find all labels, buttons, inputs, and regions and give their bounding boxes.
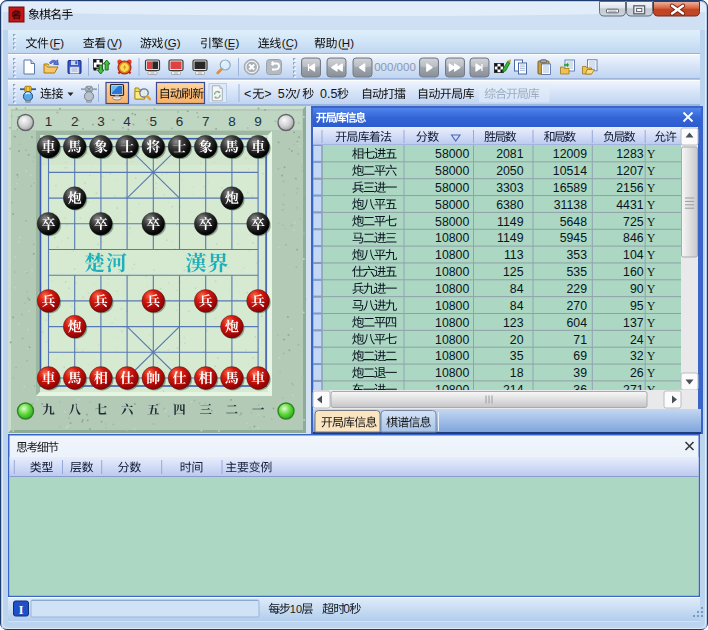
svg-text:7: 7 — [202, 114, 210, 129]
svg-text:8: 8 — [228, 114, 236, 129]
svg-text:I: I — [19, 603, 24, 617]
svg-text:1207: 1207 — [616, 164, 644, 178]
svg-text:270: 270 — [566, 299, 587, 313]
svg-text:31138: 31138 — [554, 198, 587, 212]
svg-text:10: 10 — [290, 603, 302, 615]
svg-text:10800: 10800 — [435, 231, 469, 245]
svg-text:5: 5 — [150, 114, 158, 129]
svg-text:3: 3 — [97, 114, 105, 129]
svg-text:10800: 10800 — [435, 316, 469, 330]
svg-text:(H): (H) — [338, 37, 354, 49]
svg-text:90: 90 — [630, 282, 644, 296]
svg-text:58000: 58000 — [435, 198, 469, 212]
svg-text:18: 18 — [510, 366, 524, 380]
svg-text:104: 104 — [623, 248, 644, 262]
svg-text:58000: 58000 — [435, 164, 469, 178]
svg-text:125: 125 — [503, 265, 524, 279]
svg-text:Y: Y — [647, 316, 656, 330]
svg-text:>: > — [264, 87, 271, 101]
svg-text:353: 353 — [566, 248, 587, 262]
svg-text:2: 2 — [71, 114, 79, 129]
svg-text:10800: 10800 — [435, 248, 469, 262]
svg-text:0: 0 — [343, 602, 350, 616]
svg-text:137: 137 — [623, 316, 644, 330]
svg-text:2156: 2156 — [616, 181, 644, 195]
svg-text:Y: Y — [647, 248, 656, 262]
svg-text:3303: 3303 — [496, 181, 524, 195]
svg-text:123: 123 — [503, 316, 524, 330]
svg-text:Y: Y — [647, 299, 656, 313]
svg-text:4: 4 — [123, 114, 131, 129]
svg-text:10800: 10800 — [435, 282, 469, 296]
svg-text:160: 160 — [623, 265, 644, 279]
svg-text:Y: Y — [647, 366, 656, 380]
svg-text:10800: 10800 — [435, 265, 469, 279]
svg-text:2081: 2081 — [496, 147, 524, 161]
svg-text:5945: 5945 — [560, 231, 588, 245]
svg-text:229: 229 — [566, 282, 587, 296]
svg-text:(E): (E) — [224, 37, 240, 49]
svg-text:20: 20 — [510, 333, 524, 347]
svg-text:Y: Y — [647, 147, 656, 161]
svg-text:(G): (G) — [164, 37, 181, 49]
svg-text:6380: 6380 — [496, 198, 524, 212]
svg-text:1149: 1149 — [497, 215, 524, 229]
svg-text:10514: 10514 — [553, 164, 587, 178]
svg-text:9: 9 — [254, 114, 262, 129]
svg-text:Y: Y — [647, 215, 656, 229]
svg-text:58000: 58000 — [435, 147, 469, 161]
svg-text:95: 95 — [630, 299, 644, 313]
svg-text:/: / — [297, 87, 301, 101]
svg-text:000/000: 000/000 — [374, 61, 416, 73]
svg-text:Y: Y — [647, 231, 656, 245]
svg-text:39: 39 — [573, 366, 587, 380]
svg-text:(V): (V) — [107, 37, 123, 49]
svg-text:Y: Y — [647, 265, 656, 279]
svg-text:71: 71 — [573, 333, 587, 347]
svg-text:<: < — [244, 87, 251, 101]
svg-text:84: 84 — [510, 299, 524, 313]
svg-text:10800: 10800 — [435, 349, 469, 363]
svg-text:0.5: 0.5 — [320, 87, 337, 101]
svg-text:(C): (C) — [282, 37, 298, 49]
svg-text:846: 846 — [623, 231, 644, 245]
svg-text:Y: Y — [647, 164, 656, 178]
svg-text:725: 725 — [623, 215, 644, 229]
svg-text:10800: 10800 — [435, 366, 469, 380]
svg-text:604: 604 — [566, 316, 587, 330]
svg-text:Y: Y — [647, 282, 656, 296]
svg-text:16589: 16589 — [553, 181, 587, 195]
svg-text:12009: 12009 — [553, 147, 587, 161]
svg-text:58000: 58000 — [435, 215, 469, 229]
svg-text:32: 32 — [630, 349, 644, 363]
svg-text:1149: 1149 — [497, 231, 524, 245]
svg-text:1: 1 — [45, 114, 53, 129]
svg-text:58000: 58000 — [435, 181, 469, 195]
svg-text:10800: 10800 — [435, 333, 469, 347]
svg-text:5648: 5648 — [560, 215, 588, 229]
svg-text:1283: 1283 — [616, 147, 644, 161]
svg-text:535: 535 — [566, 265, 587, 279]
svg-text:113: 113 — [504, 248, 524, 262]
svg-text:69: 69 — [573, 349, 587, 363]
svg-text:84: 84 — [510, 282, 524, 296]
svg-text:4431: 4431 — [616, 198, 644, 212]
svg-text:10800: 10800 — [435, 299, 469, 313]
svg-text:26: 26 — [630, 366, 644, 380]
svg-text:6: 6 — [176, 114, 184, 129]
svg-text:Y: Y — [647, 198, 656, 212]
svg-text:35: 35 — [510, 349, 524, 363]
svg-text:(F): (F) — [49, 37, 64, 49]
svg-text:24: 24 — [630, 333, 644, 347]
svg-text:5: 5 — [278, 87, 285, 101]
svg-text:Y: Y — [647, 349, 656, 363]
svg-text:2050: 2050 — [496, 164, 524, 178]
svg-text:Y: Y — [647, 181, 656, 195]
svg-text:Y: Y — [647, 333, 656, 347]
